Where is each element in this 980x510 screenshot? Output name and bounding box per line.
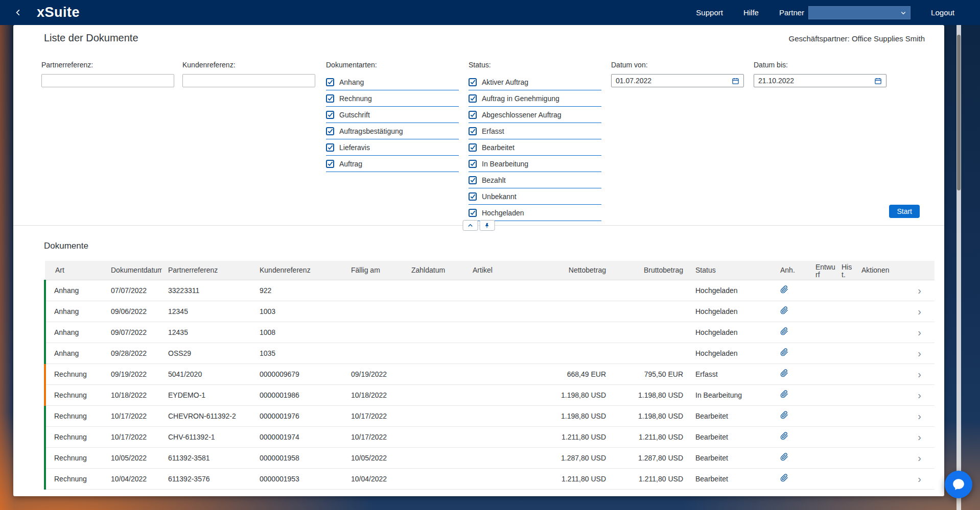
dokumentart-checkbox-gutschrift[interactable]: Gutschrift	[326, 107, 459, 123]
checkbox-icon[interactable]	[469, 111, 477, 119]
logout-link[interactable]: Logout	[931, 8, 954, 17]
partnerreferenz-cell: 33223311	[162, 280, 253, 301]
row-detail-chevron-icon[interactable]: ›	[918, 306, 921, 317]
row-detail-chevron-icon[interactable]: ›	[918, 369, 921, 380]
table-row[interactable]: Rechnung10/04/2022611392-357600000019531…	[45, 468, 935, 489]
table-row[interactable]: Rechnung09/19/20225041/2020000000967909/…	[45, 363, 935, 384]
checkbox-icon[interactable]	[326, 127, 334, 135]
paperclip-icon[interactable]	[780, 453, 788, 461]
table-row[interactable]: Anhang09/07/2022124351008Hochgeladen›	[45, 322, 935, 343]
checkbox-icon[interactable]	[469, 94, 477, 103]
kundenreferenz-input[interactable]	[182, 74, 315, 87]
row-detail-chevron-icon[interactable]: ›	[918, 348, 921, 359]
checkbox-icon[interactable]	[326, 78, 334, 86]
hist-cell	[835, 343, 855, 363]
paperclip-icon[interactable]	[780, 474, 788, 482]
row-detail-chevron-icon[interactable]: ›	[918, 390, 921, 401]
aktionen-cell: ›	[855, 280, 935, 301]
checkbox-icon[interactable]	[469, 78, 477, 86]
table-row[interactable]: Anhang09/06/2022123451003Hochgeladen›	[45, 301, 935, 322]
paperclip-icon[interactable]	[780, 306, 788, 314]
zahldatum-cell	[405, 322, 466, 343]
paperclip-icon[interactable]	[780, 285, 788, 294]
status-checkbox-aktiver-auftrag[interactable]: Aktiver Auftrag	[469, 74, 601, 90]
collapse-filterbar-button[interactable]	[463, 220, 478, 231]
aktionen-cell: ›	[855, 405, 935, 426]
table-row[interactable]: Rechnung10/18/2022EYDEMO-1000000198610/1…	[45, 384, 935, 405]
checkbox-icon[interactable]	[469, 160, 477, 168]
table-row[interactable]: Rechnung10/05/2022611392-358100000019581…	[45, 447, 935, 468]
faellig-am-cell: 10/05/2022	[345, 447, 405, 468]
checkbox-icon[interactable]	[326, 160, 334, 168]
row-detail-chevron-icon[interactable]: ›	[918, 285, 921, 296]
checkbox-icon[interactable]	[326, 143, 334, 152]
paperclip-icon[interactable]	[780, 411, 788, 419]
table-row[interactable]: Anhang07/07/202233223311922Hochgeladen›	[45, 280, 935, 301]
status-checkbox-hochgeladen[interactable]: Hochgeladen	[469, 205, 601, 221]
zahldatum-cell	[405, 343, 466, 363]
checkbox-icon[interactable]	[469, 176, 477, 184]
checkbox-icon[interactable]	[326, 111, 334, 119]
hist-cell	[835, 405, 855, 426]
scrollbar-track[interactable]	[956, 25, 961, 510]
checkbox-label: In Bearbeitung	[482, 160, 528, 168]
dokumentart-checkbox-anhang[interactable]: Anhang	[326, 74, 459, 90]
zahldatum-cell	[405, 405, 466, 426]
partnerreferenz-cell: CHEVRON-611392-2	[162, 405, 253, 426]
check-icon	[470, 193, 476, 199]
table-row[interactable]: Rechnung10/17/2022CHV-611392-10000001974…	[45, 426, 935, 447]
status-cell: Hochgeladen	[689, 280, 774, 301]
zahldatum-cell	[405, 468, 466, 489]
dokumentart-checkbox-lieferavis[interactable]: Lieferavis	[326, 139, 459, 156]
checkbox-icon[interactable]	[469, 192, 477, 201]
paperclip-icon[interactable]	[780, 348, 788, 356]
row-detail-chevron-icon[interactable]: ›	[918, 410, 921, 422]
support-link[interactable]: Support	[696, 8, 723, 17]
dokumentart-checkbox-rechnung[interactable]: Rechnung	[326, 90, 459, 107]
paperclip-icon[interactable]	[780, 327, 788, 335]
row-detail-chevron-icon[interactable]: ›	[918, 327, 921, 338]
datum-von-input[interactable]: 01.07.2022	[611, 74, 744, 87]
status-checkbox-erfasst[interactable]: Erfasst	[469, 123, 601, 139]
checkbox-icon[interactable]	[469, 143, 477, 152]
chat-button[interactable]	[945, 471, 972, 498]
bruttobetrag-cell: 1.211,80 USD	[612, 468, 689, 489]
nettobetrag-cell: 1.211,80 USD	[534, 468, 612, 489]
artikel-cell	[466, 280, 534, 301]
faellig-am-cell: 09/19/2022	[345, 363, 405, 384]
back-button[interactable]	[14, 7, 25, 19]
dokumentarten-label: Dokumentarten:	[326, 61, 459, 69]
datum-bis-input[interactable]: 21.10.2022	[754, 74, 886, 87]
row-detail-chevron-icon[interactable]: ›	[918, 452, 921, 464]
dokumentart-checkbox-auftragsbestätigung[interactable]: Auftragsbestätigung	[326, 123, 459, 139]
row-detail-chevron-icon[interactable]: ›	[918, 431, 921, 443]
paperclip-icon[interactable]	[780, 390, 788, 398]
calendar-icon[interactable]	[732, 77, 739, 85]
calendar-icon[interactable]	[874, 77, 882, 85]
partner-select[interactable]	[808, 6, 911, 19]
hilfe-link[interactable]: Hilfe	[743, 8, 759, 17]
paperclip-icon[interactable]	[780, 369, 788, 377]
check-icon	[470, 210, 476, 215]
checkbox-label: Gutschrift	[339, 111, 370, 119]
status-checkbox-in-bearbeitung[interactable]: In Bearbeitung	[469, 156, 601, 172]
pin-filterbar-button[interactable]	[480, 220, 495, 231]
dokumentart-checkbox-auftrag[interactable]: Auftrag	[326, 156, 459, 172]
status-checkbox-bearbeitet[interactable]: Bearbeitet	[469, 139, 601, 156]
checkbox-label: Abgeschlossener Auftrag	[482, 111, 562, 119]
status-checkbox-auftrag-in-genehmigung[interactable]: Auftrag in Genehmigung	[469, 90, 601, 107]
checkbox-icon[interactable]	[469, 209, 477, 217]
table-row[interactable]: Anhang09/28/2022OSS291035Hochgeladen›	[45, 343, 935, 363]
checkbox-icon[interactable]	[469, 127, 477, 135]
status-checkbox-bezahlt[interactable]: Bezahlt	[469, 172, 601, 188]
start-button[interactable]: Start	[889, 205, 920, 218]
partnerreferenz-input[interactable]	[41, 74, 174, 87]
status-checkbox-abgeschlossener-auftrag[interactable]: Abgeschlossener Auftrag	[469, 107, 601, 123]
row-detail-chevron-icon[interactable]: ›	[918, 473, 921, 484]
paperclip-icon[interactable]	[780, 432, 788, 440]
art-cell: Anhang	[45, 280, 105, 301]
table-row[interactable]: Rechnung10/17/2022CHEVRON-611392-2000000…	[45, 405, 935, 426]
status-checkbox-unbekannt[interactable]: Unbekannt	[469, 188, 601, 205]
scrollbar-thumb[interactable]	[957, 35, 961, 190]
checkbox-icon[interactable]	[326, 94, 334, 103]
